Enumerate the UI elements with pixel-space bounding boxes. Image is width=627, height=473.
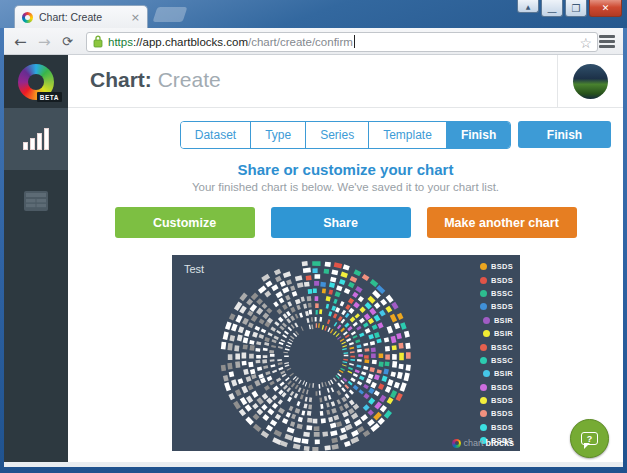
legend-label: BSIR (494, 369, 513, 378)
legend-dot-icon (480, 277, 487, 284)
legend-label: BSDS (491, 302, 513, 311)
url-host: ://app.chartblocks.com (133, 36, 248, 48)
browser-toolbar: ← → ⟳ https://app.chartblocks.com/chart/… (4, 28, 623, 55)
legend-dot-icon (480, 290, 487, 297)
step-pill-type[interactable]: Type (251, 122, 306, 148)
confirm-subtext: Your finished chart is below. We've save… (68, 181, 623, 193)
app-header: Chart: Create (68, 55, 623, 108)
bar-chart-icon (23, 128, 49, 150)
step-pill-finish[interactable]: Finish (447, 122, 510, 148)
legend-item: BSDS (480, 421, 513, 434)
legend-label: BSIR (494, 316, 513, 325)
address-bar[interactable]: https://app.chartblocks.com/chart/create… (86, 32, 598, 52)
legend-item: BSIR (480, 367, 513, 380)
https-lock-icon[interactable] (93, 35, 103, 48)
share-button[interactable]: Share (271, 207, 411, 238)
page-footer-strip (4, 462, 623, 467)
legend-label: BSDS (491, 409, 513, 418)
legend-label: BSIR (494, 329, 513, 338)
new-tab-button[interactable] (153, 7, 188, 22)
legend-item: BSDS (480, 381, 513, 394)
content: DatasetTypeSeriesTemplateFinish Finish S… (68, 108, 623, 462)
url-text: https://app.chartblocks.com/chart/create… (108, 36, 353, 48)
chrome-menu-icon[interactable] (599, 35, 615, 48)
legend-dot-icon (480, 410, 487, 417)
chartblocks-app: BETA Chart: Create (4, 55, 623, 462)
legend-item: BSSC (480, 354, 513, 367)
bookmark-star-icon[interactable]: ☆ (579, 35, 592, 51)
forward-icon: → (38, 28, 51, 55)
window-up-button[interactable]: ▲ (517, 0, 539, 13)
legend-label: BSDS (491, 262, 513, 271)
legend-label: BSSC (491, 343, 513, 352)
browser-window: Chart: Create × ▲ — ❐ ✕ ← → ⟳ https://ap… (0, 0, 627, 473)
legend-label: BSDS (491, 396, 513, 405)
close-button[interactable]: ✕ (589, 0, 622, 17)
text-caret (354, 35, 355, 48)
legend-label: BSDS (491, 276, 513, 285)
confirm-heading: Share or customize your chart (68, 161, 623, 178)
chart-legend: BSDSBSDSBSSCBSDSBSIRBSIRBSSCBSSCBSIRBSDS… (480, 260, 513, 447)
legend-label: BSSC (491, 289, 513, 298)
make-another-chart-button[interactable]: Make another chart (427, 207, 577, 238)
title-bar: Chart: Create × ▲ — ❐ ✕ (0, 0, 627, 28)
main-area: Chart: Create DatasetTypeSeriesTemplateF… (68, 55, 623, 462)
help-chat-button[interactable]: ? (570, 419, 609, 458)
page-title: Chart: Create (90, 68, 221, 92)
step-nav: DatasetTypeSeriesTemplateFinish (180, 121, 511, 149)
reload-icon[interactable]: ⟳ (62, 28, 73, 55)
step-pill-dataset[interactable]: Dataset (181, 122, 251, 148)
legend-item: BSSC (480, 287, 513, 300)
chat-bubble-icon: ? (581, 432, 598, 445)
beta-badge: BETA (37, 92, 62, 102)
legend-dot-icon (480, 424, 487, 431)
legend-item: BSSC (480, 340, 513, 353)
chart-preview: Test BSDSBSDSBSSCBSDSBSIRBSIRBSSCBSSCBSI… (172, 255, 520, 451)
legend-label: BSSC (491, 356, 513, 365)
table-grid-icon (23, 190, 49, 212)
chartblocks-favicon-icon (22, 12, 33, 23)
logo-block[interactable]: BETA (4, 55, 68, 108)
legend-dot-icon (480, 344, 487, 351)
sidebar-item-datasets[interactable] (4, 170, 68, 232)
step-pill-template[interactable]: Template (369, 122, 447, 148)
legend-dot-icon (480, 357, 487, 364)
finish-button[interactable]: Finish (518, 121, 611, 148)
legend-dot-icon (480, 384, 487, 391)
browser-tab[interactable]: Chart: Create × (14, 5, 148, 28)
tab-title: Chart: Create (39, 11, 125, 23)
action-button-row: CustomizeShareMake another chart (68, 207, 623, 238)
avatar-cell[interactable] (557, 55, 623, 108)
tab-close-icon[interactable]: × (131, 12, 140, 23)
legend-dot-icon (480, 303, 487, 310)
back-icon[interactable]: ← (14, 28, 27, 55)
maximize-button[interactable]: ❐ (565, 0, 587, 17)
chart-title: Test (184, 263, 204, 275)
legend-dot-icon (483, 317, 490, 324)
legend-label: BSDS (491, 383, 513, 392)
legend-dot-icon (480, 263, 487, 270)
legend-dot-icon (480, 397, 487, 404)
legend-item: BSIR (480, 314, 513, 327)
legend-dot-icon (483, 370, 490, 377)
url-path: /chart/create/confirm (248, 36, 353, 48)
chartblocks-watermark: chartblocks (452, 438, 514, 448)
avatar[interactable] (573, 64, 608, 99)
legend-item: BSDS (480, 273, 513, 286)
customize-button[interactable]: Customize (115, 207, 255, 238)
minimize-button[interactable]: — (541, 0, 563, 17)
legend-item: BSIR (480, 327, 513, 340)
window-controls: ▲ — ❐ ✕ (517, 0, 622, 17)
radial-chart (172, 255, 520, 451)
legend-label: BSDS (491, 423, 513, 432)
sidebar-item-charts[interactable] (4, 108, 68, 170)
watermark-ring-icon (452, 439, 461, 448)
legend-item: BSDS (480, 394, 513, 407)
legend-item: BSDS (480, 407, 513, 420)
step-pill-series[interactable]: Series (306, 122, 369, 148)
legend-dot-icon (483, 330, 490, 337)
legend-item: BSDS (480, 260, 513, 273)
url-scheme: https (108, 36, 133, 48)
legend-item: BSDS (480, 300, 513, 313)
sidebar: BETA (4, 55, 68, 462)
